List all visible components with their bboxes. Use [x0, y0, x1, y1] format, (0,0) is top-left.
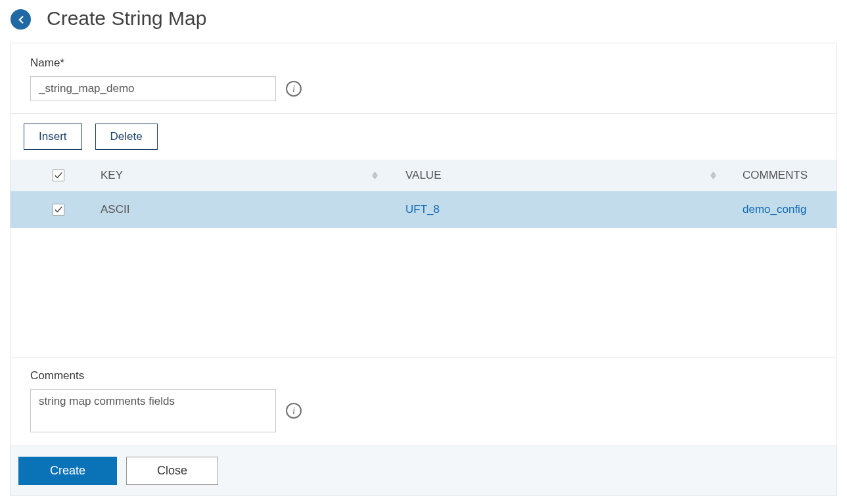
info-icon[interactable]	[286, 81, 302, 97]
comments-input[interactable]: string map comments fields	[30, 389, 276, 432]
insert-button[interactable]: Insert	[24, 124, 82, 150]
sort-icon[interactable]	[372, 172, 378, 179]
cell-value[interactable]: UFT_8	[388, 191, 727, 228]
column-header-key[interactable]: KEY	[101, 169, 123, 181]
select-all-checkbox[interactable]	[53, 170, 64, 181]
name-input[interactable]	[30, 76, 276, 101]
cell-key: ASCII	[86, 191, 388, 228]
name-label: Name*	[30, 57, 817, 70]
table-row[interactable]: ASCII UFT_8 demo_config	[11, 191, 836, 228]
column-header-comments[interactable]: COMMENTS	[743, 169, 808, 181]
delete-button[interactable]: Delete	[95, 124, 158, 150]
sort-icon[interactable]	[710, 172, 716, 179]
arrow-left-icon	[15, 14, 27, 26]
check-icon	[54, 205, 63, 214]
main-panel: Name* Insert Delete	[10, 43, 837, 496]
column-header-value[interactable]: VALUE	[405, 169, 442, 181]
info-icon[interactable]	[286, 403, 302, 419]
page-title: Create String Map	[47, 7, 206, 30]
cell-comments[interactable]: demo_config	[727, 191, 836, 228]
string-map-table: KEY VALUE COMMENTS	[11, 160, 836, 228]
create-button[interactable]: Create	[18, 457, 117, 485]
row-checkbox[interactable]	[53, 204, 64, 216]
comments-label: Comments	[30, 369, 817, 382]
check-icon	[54, 171, 63, 180]
back-button[interactable]	[11, 9, 31, 30]
close-button[interactable]: Close	[126, 457, 218, 485]
